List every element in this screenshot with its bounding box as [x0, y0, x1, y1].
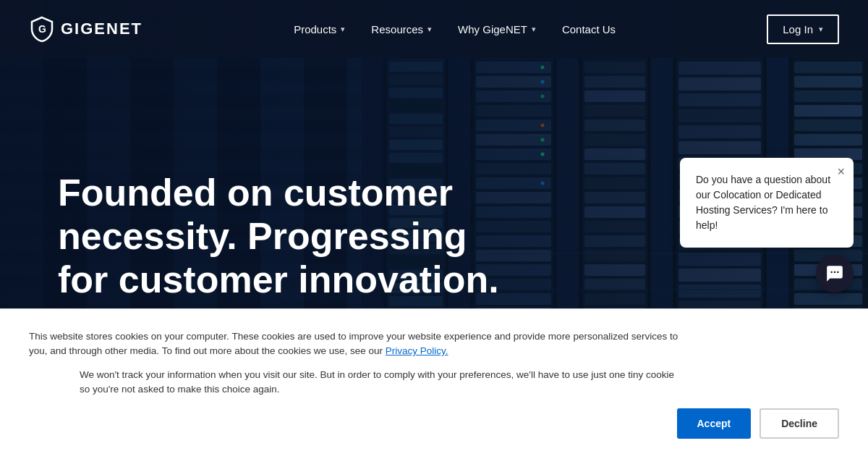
chat-icon-button[interactable]: [816, 255, 854, 292]
login-button[interactable]: Log In ▾: [767, 14, 839, 44]
decline-button[interactable]: Decline: [760, 408, 839, 439]
chevron-down-icon-resources: ▾: [427, 25, 432, 34]
nav-item-label-products: Products: [294, 23, 336, 35]
nav-item-products[interactable]: Products ▾: [284, 17, 355, 41]
chevron-down-icon-products: ▾: [341, 25, 345, 34]
nav-item-label-resources: Resources: [371, 23, 423, 35]
navbar: G GIGENET Products ▾ Resources ▾ Why Gig…: [0, 0, 868, 58]
close-icon[interactable]: ×: [837, 165, 845, 178]
cookie-buttons: Accept Decline: [29, 408, 839, 439]
gigenet-shield-icon: G: [29, 16, 55, 42]
chat-icon: [825, 264, 844, 283]
chat-bubble-text: Do you have a question about our Colocat…: [696, 172, 838, 233]
hero-title: Founded on customer necessity. Progressi…: [58, 172, 506, 301]
nav-item-contact[interactable]: Contact Us: [552, 17, 626, 41]
logo-text: GIGENET: [61, 20, 142, 38]
privacy-policy-link[interactable]: Privacy Policy.: [386, 345, 448, 356]
cookie-primary-text: This website stores cookies on your comp…: [29, 329, 680, 359]
cookie-secondary-text: We won't track your information when you…: [29, 368, 680, 397]
svg-text:G: G: [38, 23, 46, 35]
nav-item-why-gigenet[interactable]: Why GigeNET ▾: [448, 17, 546, 41]
nav-links: Products ▾ Resources ▾ Why GigeNET ▾ Con…: [284, 17, 626, 41]
cookie-banner: This website stores cookies on your comp…: [0, 308, 868, 459]
chat-widget: × Do you have a question about our Coloc…: [680, 158, 854, 292]
chevron-down-icon-login: ▾: [819, 25, 823, 34]
login-label: Log In: [783, 23, 813, 35]
chat-bubble: × Do you have a question about our Coloc…: [680, 158, 854, 248]
nav-item-label-contact: Contact Us: [562, 23, 616, 35]
chevron-down-icon-why: ▾: [532, 25, 536, 34]
nav-item-label-why: Why GigeNET: [458, 23, 527, 35]
nav-item-resources[interactable]: Resources ▾: [361, 17, 442, 41]
logo-area[interactable]: G GIGENET: [29, 16, 142, 42]
cookie-main-text: This website stores cookies on your comp…: [29, 331, 678, 356]
accept-button[interactable]: Accept: [677, 408, 752, 439]
